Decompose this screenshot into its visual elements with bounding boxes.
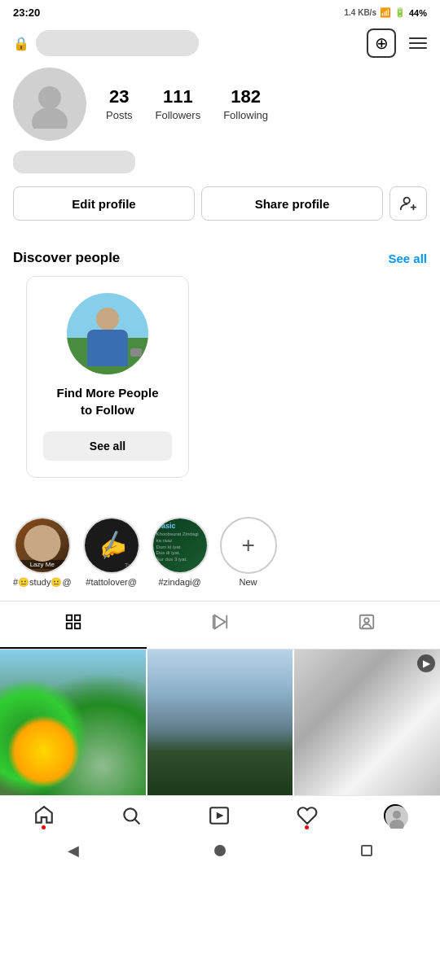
story-label-2: #tattolover@: [86, 577, 137, 587]
following-label: Following: [223, 109, 268, 121]
svg-marker-7: [215, 615, 226, 629]
tagged-icon: [358, 613, 376, 636]
posts-label: Posts: [106, 109, 133, 121]
story-label-new: New: [240, 577, 257, 587]
posts-count: 23: [106, 86, 133, 107]
content-tabs: [0, 601, 440, 650]
discover-title: Discover people: [13, 250, 120, 266]
profile-avatar-small: [384, 804, 407, 827]
nav-home[interactable]: [33, 805, 55, 826]
grid-icon: [64, 613, 82, 636]
display-name-placeholder: [13, 151, 135, 173]
story-label-1: #😐study😐@: [13, 577, 72, 588]
tab-grid[interactable]: [0, 602, 147, 649]
followers-label: Followers: [156, 109, 201, 121]
discover-see-all-link[interactable]: See all: [388, 252, 427, 265]
svg-rect-3: [67, 615, 72, 620]
svg-rect-6: [75, 623, 80, 628]
menu-button[interactable]: [409, 37, 427, 49]
story-item-zindagi[interactable]: Basic Khoobsurat Zindagi ka raazDum ki i…: [152, 517, 209, 588]
post-image-3: [294, 650, 440, 795]
story-circle-1: Lazy Me: [14, 517, 71, 574]
avatar: [13, 68, 86, 141]
share-profile-button[interactable]: Share profile: [201, 186, 383, 221]
android-back-button[interactable]: ◀: [68, 842, 79, 860]
network-icon: 📶: [380, 7, 391, 18]
bottom-navigation: [0, 795, 440, 833]
post-image-1: [0, 650, 146, 795]
data-speed: 1.4 KB/s: [345, 8, 376, 17]
android-navigation-bar: ◀: [0, 833, 440, 871]
profile-top: 23 Posts 111 Followers 182 Following: [13, 68, 427, 141]
following-stat[interactable]: 182 Following: [223, 86, 268, 122]
action-buttons: Edit profile Share profile: [13, 186, 427, 221]
add-follow-button[interactable]: [389, 186, 427, 221]
nav-reels[interactable]: [209, 805, 230, 826]
top-navigation: 🔒 ⊕: [0, 22, 440, 68]
following-count: 182: [223, 86, 268, 107]
discover-card: Find More People to Follow See all: [26, 276, 189, 478]
username-bar: [36, 30, 199, 56]
battery-icon: 🔋: [394, 7, 406, 18]
tab-reels[interactable]: [147, 602, 293, 649]
story-circle-3: Basic Khoobsurat Zindagi ka raazDum ki i…: [152, 517, 209, 574]
svg-marker-14: [217, 812, 224, 819]
story-label-3: #zindagi@: [159, 577, 201, 587]
svg-point-1: [32, 107, 68, 129]
discover-card-text: Find More People to Follow: [56, 384, 158, 418]
story-item-new[interactable]: + New: [220, 517, 277, 588]
battery-pct: 44%: [409, 8, 427, 18]
edit-profile-button[interactable]: Edit profile: [13, 186, 195, 221]
svg-point-2: [404, 198, 410, 203]
avatar-wrap: [13, 68, 86, 141]
stats-row: 23 Posts 111 Followers 182 Following: [106, 86, 268, 122]
svg-point-16: [393, 811, 401, 819]
status-icons: 1.4 KB/s 📶 🔋 44%: [345, 7, 428, 18]
grid-item-3[interactable]: ▶: [294, 650, 440, 795]
nav-likes[interactable]: [297, 805, 318, 826]
svg-rect-4: [75, 615, 80, 620]
new-story-plus-icon: +: [241, 532, 254, 558]
stories-row: Lazy Me #😐study😐@ ✍ Tatt #tattolover@ Ba…: [0, 510, 440, 601]
android-home-button[interactable]: [214, 845, 226, 856]
tab-tagged[interactable]: [293, 602, 440, 649]
grid-item-2[interactable]: [147, 650, 293, 795]
discover-card-see-all-button[interactable]: See all: [43, 431, 172, 461]
android-recents-button[interactable]: [361, 845, 372, 856]
svg-point-12: [125, 808, 137, 820]
posts-grid: ▶: [0, 650, 440, 795]
nav-profile[interactable]: [384, 804, 407, 827]
followers-count: 111: [156, 86, 201, 107]
nav-left: 🔒: [13, 30, 199, 56]
discover-cards-container: Find More People to Follow See all: [0, 276, 440, 510]
followers-stat[interactable]: 111 Followers: [156, 86, 201, 122]
story-item-study[interactable]: Lazy Me #😐study😐@: [13, 517, 72, 588]
discover-avatar: [67, 293, 148, 374]
add-content-button[interactable]: ⊕: [367, 28, 396, 58]
nav-search[interactable]: [121, 805, 142, 826]
discover-header: Discover people See all: [0, 243, 440, 276]
grid-item-1[interactable]: [0, 650, 146, 795]
profile-section: 23 Posts 111 Followers 182 Following Edi…: [0, 68, 440, 243]
svg-point-0: [38, 86, 61, 109]
nav-right: ⊕: [367, 28, 427, 58]
reels-icon: [211, 613, 229, 636]
story-circle-2: ✍ Tatt: [83, 517, 140, 574]
story-item-tattoo[interactable]: ✍ Tatt #tattolover@: [83, 517, 140, 588]
svg-point-11: [364, 618, 369, 623]
story-circle-new: +: [220, 517, 277, 574]
reel-badge: ▶: [417, 654, 435, 672]
status-time: 23:20: [13, 7, 40, 19]
posts-stat[interactable]: 23 Posts: [106, 86, 133, 122]
lock-icon: 🔒: [13, 36, 29, 51]
svg-rect-5: [67, 623, 72, 628]
home-active-dot: [42, 825, 46, 829]
add-icon: ⊕: [375, 33, 389, 53]
status-bar: 23:20 1.4 KB/s 📶 🔋 44%: [0, 0, 440, 22]
post-image-2: [147, 650, 293, 795]
likes-active-dot: [305, 825, 309, 829]
